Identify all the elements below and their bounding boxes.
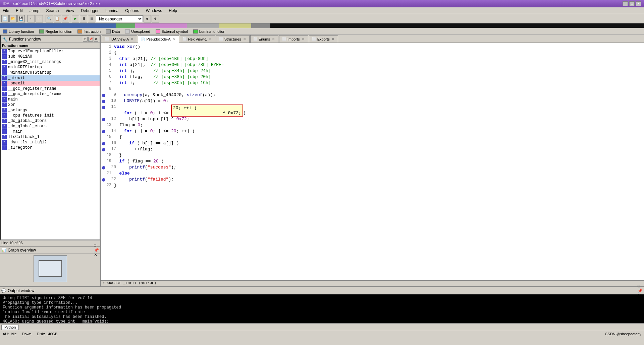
tb-back[interactable]: ← — [28, 15, 35, 22]
code-line-2[interactable]: 2 { — [101, 50, 644, 56]
line-dot-17 — [102, 148, 105, 151]
function-item[interactable]: f_do_global_ctors — [1, 124, 100, 129]
function-list[interactable]: fTopLevelExceptionFilterfsub_4011A0f_min… — [1, 49, 100, 239]
code-line-6[interactable]: 6 int flag; // [esp+88h] [ebp-20h] — [101, 74, 644, 80]
code-line-19[interactable]: 19 if ( flag == 20 ) — [101, 159, 644, 165]
function-item[interactable]: f_WinMainCRTStartup — [1, 70, 100, 75]
function-item[interactable]: f_dyn_tls_init@12 — [1, 140, 100, 145]
tb-save[interactable]: 💾 — [17, 15, 25, 22]
function-item[interactable]: f__gcc_register_frame — [1, 86, 100, 91]
menu-search[interactable]: Search — [45, 8, 60, 13]
code-line-13[interactable]: 13 flag = 0; — [101, 123, 644, 129]
function-item[interactable]: fTlsCallback_1 — [1, 134, 100, 140]
tb-paste[interactable]: 📌 — [62, 15, 69, 22]
code-line-1[interactable]: 1 void xor() — [101, 44, 644, 50]
code-line-17[interactable]: 17 ++flag; — [101, 147, 644, 153]
function-icon: f — [2, 49, 7, 54]
output-float-btn[interactable]: □ — [638, 284, 643, 288]
tab-enums[interactable]: ⬜ Enums ✕ — [250, 35, 278, 43]
code-line-15[interactable]: 15 { — [101, 135, 644, 141]
navigation-bar[interactable] — [0, 23, 644, 28]
graph-canvas[interactable] — [34, 255, 67, 282]
function-item[interactable]: fsub_4011A0 — [1, 54, 100, 59]
code-line-23[interactable]: 23 } — [101, 183, 644, 189]
tb-pause[interactable]: ⏸ — [80, 15, 87, 22]
menu-view[interactable]: View — [64, 8, 75, 13]
function-item[interactable]: f_setargv — [1, 108, 100, 113]
function-item[interactable]: fxor — [1, 102, 100, 108]
tb-forward[interactable]: → — [36, 15, 43, 22]
tab-exports[interactable]: ⬜ Exports ✕ — [309, 35, 338, 43]
functions-close-btn[interactable]: ✕ — [94, 37, 98, 42]
tab-imports[interactable]: ⬜ Imports ✕ — [279, 35, 308, 43]
tb-open[interactable]: 📂 — [9, 15, 17, 22]
function-item[interactable]: f_tlregdtor — [1, 145, 100, 150]
menu-debugger[interactable]: Debugger — [79, 8, 100, 13]
python-tab[interactable]: Python — [1, 325, 19, 330]
output-close-btn[interactable]: ✕ — [638, 293, 643, 298]
tab-close-ida[interactable]: ✕ — [130, 37, 134, 41]
menu-options[interactable]: Options — [124, 8, 140, 13]
menu-edit[interactable]: Edit — [14, 8, 24, 13]
code-line-14[interactable]: 14 for ( j = 0; j <= 20; ++j ) — [101, 129, 644, 135]
graph-pin-btn[interactable]: 📌 — [94, 248, 99, 253]
function-item[interactable]: fTopLevelExceptionFilter — [1, 49, 100, 54]
close-button[interactable]: ✕ — [636, 1, 641, 6]
function-item[interactable]: f_onexit — [1, 81, 100, 86]
tab-pseudocode[interactable]: 📄 Pseudocode-A ✕ — [138, 36, 179, 43]
code-line-12[interactable]: 12 b[i] = input[i] ^ 0x72; — [101, 117, 644, 123]
function-item[interactable]: f_mingw32_init_mainargs — [1, 59, 100, 65]
output-pin-btn[interactable]: 📌 — [638, 288, 643, 293]
code-line-20[interactable]: 20 printf("success"); — [101, 165, 644, 171]
tab-hex[interactable]: ⬜ Hex View-1 ✕ — [180, 35, 215, 43]
function-item[interactable]: f__main — [1, 129, 100, 134]
menu-help[interactable]: Help — [167, 8, 178, 13]
graph-float-btn[interactable]: □ — [94, 243, 99, 248]
function-item[interactable]: fmainCRTStartup — [1, 65, 100, 70]
menu-windows[interactable]: Windows — [145, 8, 164, 13]
tab-close-enum[interactable]: ✕ — [271, 37, 275, 41]
minimize-button[interactable]: ─ — [623, 1, 628, 6]
code-line-5[interactable]: 5 int j; // [esp+84h] [ebp-24h] — [101, 68, 644, 74]
code-line-8[interactable]: 8 — [101, 86, 644, 92]
function-item[interactable]: f__cpu_features_init — [1, 113, 100, 118]
code-line-4[interactable]: 4 int a[21]; // [esp+30h] [ebp-78h] BYRE… — [101, 62, 644, 68]
code-line-7[interactable]: 7 int i; // [esp+8Ch] [ebp-1Ch] — [101, 80, 644, 86]
tab-ida-view[interactable]: ⬜ IDA View-A ✕ — [102, 35, 137, 43]
tab-close-import[interactable]: ✕ — [301, 37, 305, 41]
function-item[interactable]: f_do_global_dtors — [1, 118, 100, 124]
code-line-3[interactable]: 3 char b[21]; // [esp+1Bh] [ebp-8Dh] — [101, 56, 644, 62]
tb-run[interactable]: ▶ — [72, 15, 79, 22]
tb-search[interactable]: 🔍 — [46, 15, 53, 22]
menu-lumina[interactable]: Lumina — [104, 8, 120, 13]
code-line-10[interactable]: 10 LOBYTE(a[0]) = 0; — [101, 98, 644, 105]
code-line-16[interactable]: 16 if ( b[j] == a[j] ) — [101, 141, 644, 147]
tab-close-pseudo[interactable]: ✕ — [172, 37, 176, 41]
code-line-9[interactable]: 9 qmemcpy(a, &unk_404020, sizeof(a)); — [101, 92, 644, 98]
line-content-12: b[i] = input[i] ^ 0x72; — [119, 117, 643, 122]
maximize-button[interactable]: □ — [629, 1, 635, 6]
functions-pin-btn[interactable]: 📌 — [88, 37, 93, 42]
tb-settings[interactable]: ⚙ — [152, 15, 159, 22]
menu-jump[interactable]: Jump — [28, 8, 41, 13]
menu-file[interactable]: File — [1, 8, 10, 13]
tb-refresh[interactable]: ↺ — [144, 15, 151, 22]
debugger-dropdown[interactable]: No debugger — [96, 15, 143, 22]
code-line-18[interactable]: 18 } — [101, 153, 644, 159]
code-line-22[interactable]: 22 printf("failed"); — [101, 177, 644, 183]
function-item[interactable]: fmain — [1, 97, 100, 102]
code-view[interactable]: 1 void xor() 2 { 3 char b[21]; // [esp+1… — [101, 43, 644, 280]
tb-stop[interactable]: ⏹ — [88, 15, 95, 22]
tab-structures[interactable]: ⬜ Structures ✕ — [216, 35, 250, 43]
functions-float-btn[interactable]: □ — [83, 37, 88, 42]
tab-close-struct[interactable]: ✕ — [243, 37, 247, 41]
graph-close-btn[interactable]: ✕ — [94, 253, 99, 257]
tb-new[interactable]: 📄 — [1, 15, 9, 22]
code-line-21[interactable]: 21 else — [101, 171, 644, 177]
tb-copy[interactable]: 📋 — [54, 15, 61, 22]
function-item[interactable]: f_atexit — [1, 75, 100, 81]
tab-close-export[interactable]: ✕ — [331, 37, 335, 41]
code-line-11[interactable]: 11 for ( i = 0; i <= 20; ++i ) ^ 0x72;) — [101, 105, 644, 117]
tab-close-hex[interactable]: ✕ — [208, 37, 212, 41]
function-item[interactable]: f__gcc_deregister_frame — [1, 91, 100, 97]
